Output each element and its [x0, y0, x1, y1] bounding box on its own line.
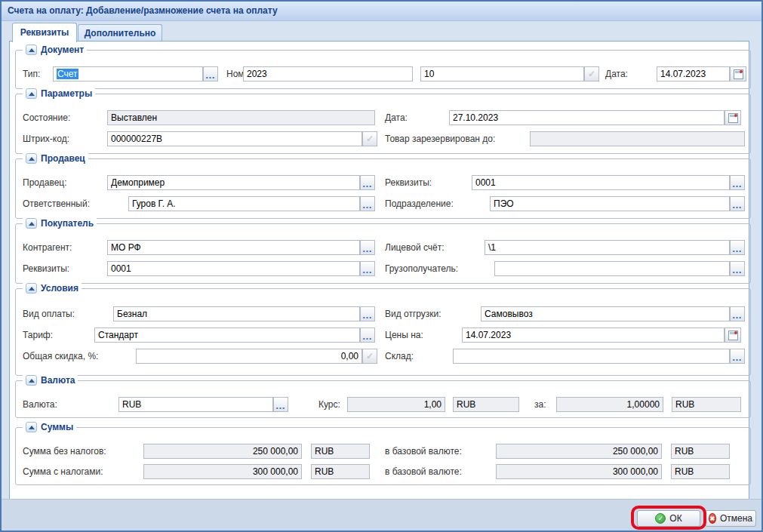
document-date-label: Дата: — [605, 66, 628, 81]
number2-apply-button[interactable]: ✓ — [584, 66, 599, 81]
payment-type-label: Вид оплаты: — [23, 306, 75, 321]
buyer-requisites-label: Реквизиты: — [23, 261, 69, 276]
discount-input[interactable] — [136, 349, 362, 364]
section-document: Документ Тип: Счет … Номер: ✓ Дата: — [15, 50, 751, 89]
seller-requisites-input[interactable] — [472, 175, 730, 190]
seller-browse-button[interactable]: … — [360, 175, 375, 190]
parameters-date-input[interactable] — [449, 110, 725, 125]
buyer-requisites-input[interactable] — [107, 261, 360, 276]
ellipsis-icon: … — [362, 333, 373, 340]
cancel-button[interactable]: ✖ Отмена — [705, 510, 756, 527]
section-document-title: Документ — [41, 45, 84, 55]
section-buyer-legend: Покупатель — [23, 217, 97, 230]
discount-apply-button[interactable]: ✓ — [362, 349, 377, 364]
collapse-button[interactable] — [26, 45, 37, 55]
buyer-requisites-browse-button[interactable]: … — [360, 261, 375, 276]
seller-requisites-browse-button[interactable]: … — [730, 175, 745, 190]
cancel-button-label: Отмена — [720, 513, 752, 524]
check-icon: ✓ — [366, 134, 374, 144]
consignee-input[interactable] — [494, 261, 730, 276]
parameters-date-calendar-button[interactable] — [725, 110, 741, 125]
warehouse-browse-button[interactable]: … — [730, 349, 745, 364]
section-parameters-legend: Параметры — [23, 87, 95, 100]
shipment-type-input[interactable] — [481, 306, 730, 321]
section-document-legend: Документ — [23, 43, 87, 57]
department-input[interactable] — [490, 196, 730, 211]
tab-requisites[interactable]: Реквизиты — [12, 23, 77, 42]
warehouse-input[interactable] — [453, 349, 730, 364]
currency-browse-button[interactable]: … — [273, 397, 288, 412]
tariff-browse-button[interactable]: … — [360, 328, 375, 343]
payment-type-input[interactable] — [113, 306, 360, 321]
collapse-button[interactable] — [26, 283, 37, 294]
number-input[interactable] — [243, 66, 413, 81]
document-date-calendar-button[interactable] — [730, 66, 746, 81]
ok-button-label: ОК — [669, 513, 681, 524]
shipment-type-label: Вид отгрузки: — [385, 306, 441, 321]
payment-type-browse-button[interactable]: … — [360, 306, 375, 321]
barcode-input[interactable] — [107, 131, 362, 146]
type-input[interactable]: Счет — [53, 66, 203, 81]
barcode-apply-button[interactable]: ✓ — [362, 131, 377, 146]
triangle-up-icon — [29, 287, 35, 291]
amount-with-tax-currency-input — [311, 464, 370, 479]
state-input — [107, 110, 375, 125]
contragent-browse-button[interactable]: … — [360, 240, 375, 255]
section-terms-legend: Условия — [23, 281, 82, 295]
consignee-label: Грузополучатель: — [385, 261, 458, 276]
state-label: Состояние: — [23, 110, 70, 125]
ellipsis-icon: … — [732, 201, 743, 209]
amount-with-tax-label: Сумма с налогами: — [23, 464, 103, 479]
contragent-input[interactable] — [107, 240, 360, 255]
department-browse-button[interactable]: … — [730, 196, 745, 211]
per-currency-input — [672, 397, 741, 412]
collapse-button[interactable] — [26, 375, 37, 386]
consignee-browse-button[interactable]: … — [730, 261, 745, 276]
collapse-button[interactable] — [26, 88, 37, 99]
department-label: Подразделение: — [385, 196, 454, 211]
type-browse-button[interactable]: … — [203, 66, 218, 81]
base-currency1-label: в базовой валюте: — [385, 444, 462, 459]
ellipsis-icon: … — [732, 266, 743, 274]
number2-input[interactable] — [420, 66, 584, 81]
currency-label: Валюта: — [23, 397, 57, 412]
contragent-label: Контрагент: — [23, 240, 72, 255]
responsible-input[interactable] — [128, 196, 360, 211]
section-terms-title: Условия — [41, 283, 78, 294]
collapse-button[interactable] — [26, 422, 37, 432]
prices-date-label: Цены на: — [385, 328, 423, 343]
prices-date-calendar-button[interactable] — [725, 328, 741, 343]
collapse-button[interactable] — [26, 153, 37, 164]
document-date-input[interactable] — [657, 66, 730, 81]
account-input[interactable] — [485, 240, 730, 255]
account-label: Лицевой счёт: — [385, 240, 445, 255]
triangle-up-icon — [29, 379, 35, 383]
ellipsis-icon: … — [732, 245, 743, 253]
section-amounts: Суммы Сумма без налогов: в базовой валют… — [15, 427, 751, 485]
check-icon: ✓ — [366, 351, 374, 361]
rate-currency-input — [453, 397, 519, 412]
calendar-icon — [734, 69, 743, 79]
calendar-icon — [728, 113, 738, 123]
section-buyer-title: Покупатель — [41, 218, 94, 229]
collapse-button[interactable] — [26, 218, 37, 229]
parameters-date-label: Дата: — [385, 110, 408, 125]
ellipsis-icon: … — [362, 266, 373, 274]
shipment-type-browse-button[interactable]: … — [730, 306, 745, 321]
section-currency-legend: Валюта — [23, 374, 78, 387]
prices-date-input[interactable] — [462, 328, 725, 343]
tariff-input[interactable] — [94, 328, 360, 343]
seller-input[interactable] — [107, 175, 360, 190]
base-currency2-input — [496, 464, 662, 479]
cancel-x-icon: ✖ — [709, 513, 716, 524]
section-buyer: Покупатель Контрагент: … Лицевой счёт: …… — [15, 223, 751, 284]
currency-input[interactable] — [118, 397, 273, 412]
section-parameters: Параметры Состояние: Дата: Штрих-код: ✓ … — [15, 94, 751, 154]
triangle-up-icon — [29, 92, 35, 96]
invoice-dialog-window: Счета на оплату: Добавление/размножение … — [0, 0, 763, 532]
calendar-icon — [728, 331, 738, 340]
responsible-browse-button[interactable]: … — [360, 196, 375, 211]
tab-additional[interactable]: Дополнительно — [78, 24, 162, 42]
ok-button[interactable]: ✓ ОК — [637, 510, 700, 527]
account-browse-button[interactable]: … — [730, 240, 745, 255]
